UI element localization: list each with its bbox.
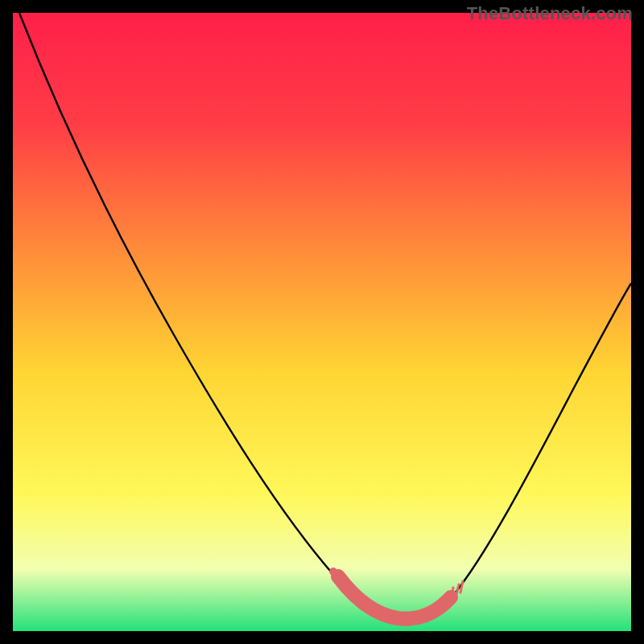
sweet-spot-left-dot [329,568,337,576]
chart-svg [13,13,631,631]
chart-frame: TheBottleneck.com [0,0,644,644]
watermark-text: TheBottleneck.com [467,3,633,24]
svg-line-0 [446,592,448,605]
gradient-background [13,13,631,631]
plot-area [13,13,631,631]
